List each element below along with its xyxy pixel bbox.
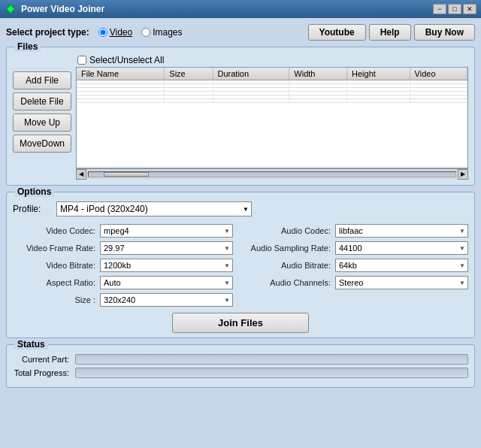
audio-codec-row: Audio Codec: libfaac xyxy=(248,224,468,238)
video-bitrate-select[interactable]: 1200kb xyxy=(100,259,233,272)
files-section: Files Add File Delete File Move Up MoveD… xyxy=(6,47,475,186)
audio-channels-row: Audio Channels: Stereo xyxy=(248,276,468,289)
file-table-header: File Name Size Duration Width Height Vid… xyxy=(77,68,467,80)
codec-grid: Video Codec: mpeg4 Video Frame Rate: 29.… xyxy=(13,224,468,307)
maximize-button[interactable]: □ xyxy=(448,4,461,14)
help-button[interactable]: Help xyxy=(369,24,411,41)
col-duration: Duration xyxy=(213,68,289,80)
delete-file-button[interactable]: Delete File xyxy=(13,92,71,110)
main-content: Select project type: Video Images Youtub… xyxy=(0,18,481,448)
audio-channels-select[interactable]: Stereo xyxy=(335,276,468,289)
video-bitrate-select-wrapper: 1200kb xyxy=(100,259,233,272)
col-video: Video xyxy=(410,68,467,80)
audio-codec-select[interactable]: libfaac xyxy=(335,224,468,238)
radio-group: Video Images xyxy=(98,27,183,38)
video-bitrate-row: Video Bitrate: 1200kb xyxy=(13,259,233,272)
scroll-left-button[interactable]: ◀ xyxy=(76,169,86,180)
images-radio-text: Images xyxy=(153,27,182,38)
aspect-ratio-select[interactable]: Auto xyxy=(100,276,233,289)
close-button[interactable]: ✕ xyxy=(463,4,476,14)
title-bar-controls: − □ ✕ xyxy=(433,4,476,14)
file-table-wrapper: File Name Size Duration Width Height Vid… xyxy=(76,67,468,168)
size-select-wrapper: 320x240 xyxy=(100,293,233,307)
profile-select-wrapper: MP4 - iPod (320x240) AVI (640x480) MOV (… xyxy=(56,201,252,216)
minimize-button[interactable]: − xyxy=(433,4,446,14)
join-files-button[interactable]: Join Files xyxy=(172,313,309,333)
add-file-button[interactable]: Add File xyxy=(13,71,71,89)
audio-bitrate-select-wrapper: 64kb xyxy=(335,259,468,272)
size-row: Size : 320x240 xyxy=(13,293,233,307)
video-framerate-label: Video Frame Rate: xyxy=(13,244,95,253)
images-radio[interactable] xyxy=(141,28,150,37)
buynow-button[interactable]: Buy Now xyxy=(414,24,475,41)
audio-channels-select-wrapper: Stereo xyxy=(335,276,468,289)
audio-sampling-select-wrapper: 44100 xyxy=(335,241,468,255)
audio-bitrate-select[interactable]: 64kb xyxy=(335,259,468,272)
size-select[interactable]: 320x240 xyxy=(100,293,233,307)
profile-select[interactable]: MP4 - iPod (320x240) AVI (640x480) MOV (… xyxy=(56,201,252,216)
col-height: Height xyxy=(347,68,410,80)
project-type-row: Select project type: Video Images xyxy=(6,27,183,38)
audio-bitrate-label: Audio Bitrate: xyxy=(248,261,331,270)
video-radio-label[interactable]: Video xyxy=(98,27,132,38)
profile-label: Profile: xyxy=(13,204,50,214)
audio-bitrate-row: Audio Bitrate: 64kb xyxy=(248,259,468,272)
files-inner: Add File Delete File Move Up MoveDown Se… xyxy=(13,55,468,179)
scroll-right-button[interactable]: ▶ xyxy=(458,169,468,180)
total-progress-row: Total Progress: xyxy=(13,368,468,378)
video-framerate-row: Video Frame Rate: 29.97 xyxy=(13,241,233,255)
file-table-header-row: File Name Size Duration Width Height Vid… xyxy=(77,68,467,80)
youtube-button[interactable]: Youtube xyxy=(308,24,366,41)
col-filename: File Name xyxy=(77,68,165,80)
video-radio[interactable] xyxy=(98,28,107,37)
title-bar: Power Video Joiner − □ ✕ xyxy=(0,0,481,18)
file-table-area: Select/Unselect All File Name Size Durat… xyxy=(76,55,468,179)
files-section-label: Files xyxy=(14,41,41,52)
profile-row: Profile: MP4 - iPod (320x240) AVI (640x4… xyxy=(13,201,468,216)
video-codec-select-wrapper: mpeg4 xyxy=(100,224,233,238)
audio-sampling-label: Audio Sampling Rate: xyxy=(248,244,331,253)
aspect-ratio-select-wrapper: Auto xyxy=(100,276,233,289)
scroll-thumb[interactable] xyxy=(104,172,149,177)
top-bar: Select project type: Video Images Youtub… xyxy=(6,24,475,41)
right-codec-col: Audio Codec: libfaac Audio Sampling Rate… xyxy=(248,224,468,307)
project-type-label: Select project type: xyxy=(6,27,89,38)
table-row xyxy=(77,99,467,103)
left-codec-col: Video Codec: mpeg4 Video Frame Rate: 29.… xyxy=(13,224,233,307)
audio-channels-label: Audio Channels: xyxy=(248,278,331,287)
audio-codec-label: Audio Codec: xyxy=(248,226,331,235)
video-framerate-select[interactable]: 29.97 xyxy=(100,241,233,255)
status-section: Status Current Part: Total Progress: xyxy=(6,344,475,388)
file-table: File Name Size Duration Width Height Vid… xyxy=(77,68,467,103)
video-framerate-select-wrapper: 29.97 xyxy=(100,241,233,255)
video-bitrate-label: Video Bitrate: xyxy=(13,261,95,270)
audio-codec-select-wrapper: libfaac xyxy=(335,224,468,238)
move-down-button[interactable]: MoveDown xyxy=(13,135,71,153)
size-label: Size : xyxy=(13,295,95,304)
total-progress-bar xyxy=(75,368,468,378)
video-codec-select[interactable]: mpeg4 xyxy=(100,224,233,238)
select-all-row: Select/Unselect All xyxy=(76,55,468,65)
current-part-progress xyxy=(75,354,468,365)
col-size: Size xyxy=(165,68,213,80)
title-bar-left: Power Video Joiner xyxy=(5,3,104,15)
top-buttons: Youtube Help Buy Now xyxy=(308,24,475,41)
video-codec-label: Video Codec: xyxy=(13,226,95,235)
current-part-label: Current Part: xyxy=(13,355,69,364)
scroll-track[interactable] xyxy=(88,171,456,177)
aspect-ratio-label: Aspect Ratio: xyxy=(13,278,95,287)
move-up-button[interactable]: Move Up xyxy=(13,114,71,132)
aspect-ratio-row: Aspect Ratio: Auto xyxy=(13,276,233,289)
video-radio-text: Video xyxy=(110,27,132,38)
col-width: Width xyxy=(289,68,347,80)
horizontal-scrollbar[interactable]: ◀ ▶ xyxy=(76,168,468,179)
join-btn-row: Join Files xyxy=(13,313,468,333)
select-all-label: Select/Unselect All xyxy=(89,55,164,65)
total-progress-label: Total Progress: xyxy=(13,368,69,377)
options-section-label: Options xyxy=(14,186,54,197)
audio-sampling-row: Audio Sampling Rate: 44100 xyxy=(248,241,468,255)
images-radio-label[interactable]: Images xyxy=(141,27,182,38)
audio-sampling-select[interactable]: 44100 xyxy=(335,241,468,255)
select-all-checkbox[interactable] xyxy=(77,56,86,65)
status-section-label: Status xyxy=(14,339,48,350)
